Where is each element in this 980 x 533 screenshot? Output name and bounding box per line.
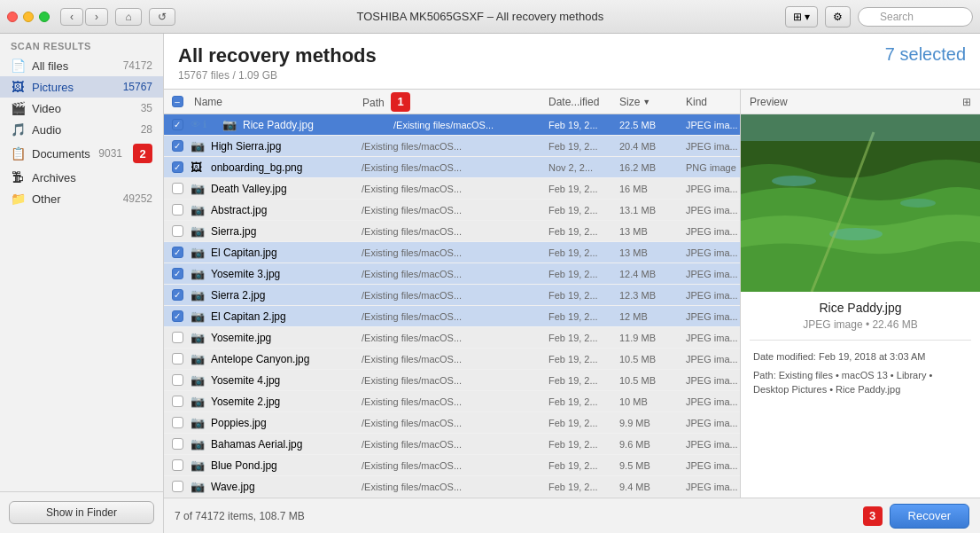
file-checkbox[interactable]: ✓ <box>172 140 183 152</box>
file-checkbox[interactable] <box>172 459 183 471</box>
table-row[interactable]: 📷Yosemite 2.jpg/Existing files/macOS...F… <box>164 391 740 412</box>
file-checkbox[interactable]: ✓ <box>172 161 183 173</box>
traffic-lights <box>7 12 50 22</box>
table-row[interactable]: 📷Sierra.jpg/Existing files/macOS...Feb 1… <box>164 221 740 242</box>
file-path: /Existing files/macOS... <box>358 460 545 471</box>
table-row[interactable]: ✓📷Sierra 2.jpg/Existing files/macOS...Fe… <box>164 285 740 306</box>
table-row[interactable]: 📷Blue Pond.jpg/Existing files/macOS...Fe… <box>164 455 740 476</box>
select-all-checkbox[interactable]: – <box>172 96 183 107</box>
close-button[interactable] <box>7 12 18 22</box>
file-type-icon: 📷 <box>191 203 206 217</box>
table-row[interactable]: ✓📷High Sierra.jpg/Existing files/macOS..… <box>164 136 740 157</box>
sidebar-item-other[interactable]: 📁 Other 49252 <box>0 188 163 209</box>
file-checkbox[interactable] <box>172 396 183 407</box>
col-check-header: – <box>164 96 191 107</box>
recover-button[interactable]: Recover <box>890 504 969 529</box>
file-checkbox[interactable] <box>172 183 183 194</box>
sidebar: Scan results 📄 All files 74172 🖼 Picture… <box>0 34 164 533</box>
file-checkbox[interactable] <box>172 225 183 237</box>
table-row[interactable]: 📷Antelope Canyon.jpg/Existing files/macO… <box>164 349 740 370</box>
file-checkbox[interactable] <box>172 332 183 343</box>
view-toggle-button[interactable]: ⊞ ▾ <box>785 6 818 27</box>
file-checkbox[interactable]: ✓ <box>172 268 183 279</box>
sidebar-item-all-files[interactable]: 📄 All files 74172 <box>0 55 163 76</box>
options-button[interactable]: ⚙ <box>825 6 851 27</box>
file-checkbox[interactable] <box>172 438 183 450</box>
sidebar-item-archives[interactable]: 🗜 Archives <box>0 167 163 188</box>
sidebar-item-audio[interactable]: 🎵 Audio 28 <box>0 119 163 140</box>
file-name: Blue Pond.jpg <box>209 459 358 472</box>
minimize-button[interactable] <box>23 12 34 22</box>
file-name: Yosemite.jpg <box>209 332 358 344</box>
table-row[interactable]: ✓👁ℹ📷Rice Paddy.jpg/Existing files/macOS.… <box>164 114 740 136</box>
file-checkbox[interactable] <box>172 353 183 364</box>
file-checkbox[interactable]: ✓ <box>172 289 183 301</box>
row-actions: 👁ℹ <box>191 119 222 130</box>
preview-expand-icon[interactable]: ⊞ <box>962 96 971 108</box>
table-row[interactable]: 📷Yosemite.jpg/Existing files/macOS...Feb… <box>164 327 740 349</box>
preview-label: Preview <box>750 96 788 108</box>
table-row[interactable]: ✓📷Yosemite 3.jpg/Existing files/macOS...… <box>164 263 740 285</box>
file-kind: JPEG ima... <box>682 247 740 258</box>
file-checkbox[interactable] <box>172 481 183 492</box>
preview-divider <box>750 340 971 341</box>
info-icon[interactable]: ℹ <box>203 119 206 130</box>
table-row[interactable]: ✓📷El Capitan.jpg/Existing files/macOS...… <box>164 242 740 263</box>
eye-icon[interactable]: 👁 <box>191 119 200 130</box>
file-path: /Existing files/macOS... <box>358 226 545 237</box>
file-checkbox[interactable]: ✓ <box>172 310 183 322</box>
file-name: Rice Paddy.jpg <box>241 119 390 131</box>
file-kind: JPEG ima... <box>682 184 740 194</box>
content-header: All recovery methods 15767 files / 1.09 … <box>164 34 980 90</box>
table-row[interactable]: ✓🖼onboarding_bg.png/Existing files/macOS… <box>164 157 740 178</box>
col-date-header[interactable]: Date...ified <box>545 96 616 108</box>
file-type-icon: 📷 <box>191 416 206 430</box>
file-checkbox[interactable] <box>172 204 183 216</box>
sidebar-item-documents[interactable]: 📋 Documents 9031 2 <box>0 140 163 167</box>
file-size: 10.5 MB <box>616 354 682 364</box>
preview-panel: Preview ⊞ <box>741 90 980 498</box>
sidebar-count-pictures: 15767 <box>123 81 152 93</box>
file-path: /Existing files/macOS... <box>358 269 545 279</box>
file-name: Yosemite 4.jpg <box>209 374 358 387</box>
forward-button[interactable]: › <box>85 8 108 26</box>
file-type-icon: 📷 <box>191 373 206 388</box>
file-size: 12 MB <box>616 311 682 322</box>
table-row[interactable]: 📷Yosemite 4.jpg/Existing files/macOS...F… <box>164 370 740 391</box>
file-checkbox[interactable]: ✓ <box>172 119 183 130</box>
file-size: 13.1 MB <box>616 205 682 216</box>
fullscreen-button[interactable] <box>39 12 50 22</box>
table-row[interactable]: 📷Wave.jpg/Existing files/macOS...Feb 19,… <box>164 476 740 498</box>
content-subtitle: 15767 files / 1.09 GB <box>178 69 377 82</box>
sidebar-label-archives: Archives <box>32 171 145 184</box>
table-row[interactable]: ✓📷El Capitan 2.jpg/Existing files/macOS.… <box>164 306 740 327</box>
table-row[interactable]: 📷Poppies.jpg/Existing files/macOS...Feb … <box>164 412 740 434</box>
col-size-header[interactable]: Size ▼ <box>616 96 682 108</box>
file-checkbox[interactable]: ✓ <box>172 247 183 258</box>
file-size: 11.9 MB <box>616 333 682 343</box>
file-list-container: – Name Path 1 Date...ified Size ▼ Kind <box>164 90 741 498</box>
history-button[interactable]: ↺ <box>149 8 175 26</box>
sidebar-label-other: Other <box>32 192 116 206</box>
show-in-finder-button[interactable]: Show in Finder <box>9 501 154 524</box>
table-row[interactable]: 📷Death Valley.jpg/Existing files/macOS..… <box>164 178 740 200</box>
file-checkbox[interactable] <box>172 417 183 428</box>
search-input[interactable]: Search <box>858 7 973 27</box>
sidebar-item-video[interactable]: 🎬 Video 35 <box>0 98 163 119</box>
file-checkbox[interactable] <box>172 374 183 386</box>
sidebar-item-pictures[interactable]: 🖼 Pictures 15767 <box>0 76 163 98</box>
file-path: /Existing files/macOS... <box>358 184 545 194</box>
home-button[interactable]: ⌂ <box>115 8 142 26</box>
file-type-icon: 📷 <box>191 395 206 409</box>
file-name: Wave.jpg <box>209 481 358 493</box>
table-row[interactable]: 📷Bahamas Aerial.jpg/Existing files/macOS… <box>164 434 740 455</box>
file-date: Feb 19, 2... <box>545 226 616 237</box>
sidebar-count-all-files: 74172 <box>123 59 152 72</box>
col-name-header[interactable]: Name <box>191 96 359 108</box>
file-kind: PNG image <box>682 162 740 173</box>
back-button[interactable]: ‹ <box>60 8 83 26</box>
table-row[interactable]: 📷Abstract.jpg/Existing files/macOS...Feb… <box>164 200 740 221</box>
titlebar: ‹ › ⌂ ↺ TOSHIBA MK5065GSXF – All recover… <box>0 0 980 34</box>
col-kind-header[interactable]: Kind <box>682 96 740 108</box>
svg-point-1 <box>772 176 816 186</box>
